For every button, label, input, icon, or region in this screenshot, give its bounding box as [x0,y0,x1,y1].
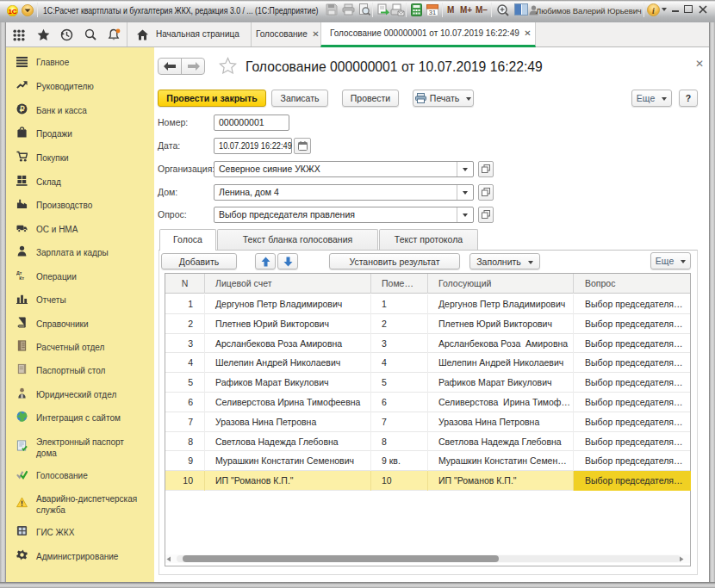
svg-text:1C: 1C [8,8,16,15]
svg-text:₽: ₽ [20,105,25,114]
svg-text:Кт: Кт [19,275,24,281]
svg-text:i: i [652,6,655,15]
svg-text:31: 31 [429,9,436,16]
